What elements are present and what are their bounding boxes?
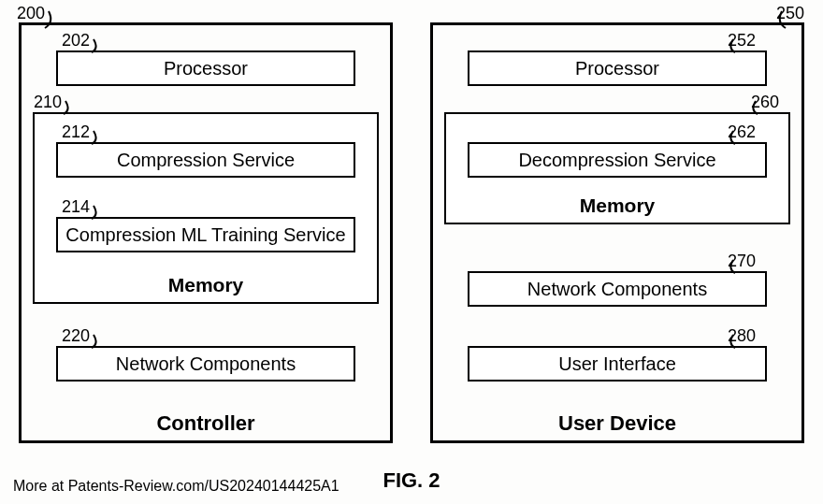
userdevice-processor-box: Processor (468, 50, 767, 86)
compression-service-box: Compression Service (56, 142, 355, 178)
controller-processor-label: Processor (164, 58, 248, 79)
userdevice-title: User Device (430, 411, 804, 436)
figure-label: FIG. 2 (0, 468, 823, 493)
ref-210: 210 (34, 93, 62, 112)
decompression-service-box: Decompression Service (468, 142, 767, 178)
controller-memory-label: Memory (35, 274, 377, 296)
ref-214: 214 (62, 197, 90, 217)
controller-network-box: Network Components (56, 346, 355, 382)
decompression-service-label: Decompression Service (518, 150, 715, 171)
ref-250: 250 (776, 4, 804, 23)
compression-training-label: Compression ML Training Service (65, 224, 345, 246)
ref-280: 280 (728, 326, 756, 346)
userdevice-network-label: Network Components (527, 279, 707, 300)
compression-training-box: Compression ML Training Service (56, 217, 355, 252)
ref-212: 212 (62, 122, 90, 142)
controller-network-label: Network Components (116, 353, 296, 375)
controller-title: Controller (19, 411, 393, 436)
user-interface-label: User Interface (558, 353, 676, 375)
ref-262: 262 (728, 122, 756, 142)
userdevice-network-box: Network Components (468, 271, 767, 307)
userdevice-processor-label: Processor (575, 58, 659, 79)
ref-260: 260 (751, 93, 779, 112)
compression-service-label: Compression Service (117, 150, 295, 171)
userdevice-memory-label: Memory (446, 194, 788, 217)
ref-252: 252 (728, 31, 756, 50)
ref-220: 220 (62, 326, 90, 346)
controller-processor-box: Processor (56, 50, 355, 86)
ref-202: 202 (62, 31, 90, 50)
ref-200: 200 (17, 4, 45, 23)
user-interface-box: User Interface (468, 346, 767, 382)
ref-270: 270 (728, 252, 756, 271)
patent-figure: 200 Controller Processor 202 Memory 210 … (0, 0, 823, 504)
